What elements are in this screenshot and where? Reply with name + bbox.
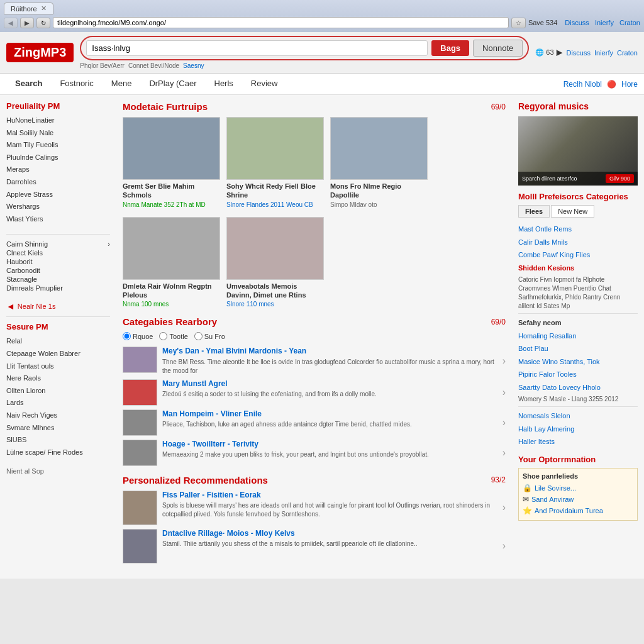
rs-tab-flees[interactable]: Flees (518, 205, 550, 218)
cat-arrow-3[interactable]: › (502, 417, 506, 428)
sidebar-arrow-link-1[interactable]: Cairn Shinnig› (6, 240, 110, 248)
rs-link-1[interactable]: Mast Ontle Rems (518, 223, 638, 236)
sidebar-link-5[interactable]: Meraps (6, 164, 110, 176)
bookmark-btn[interactable]: ☆ (511, 18, 526, 28)
sidebar-s2-link-6[interactable]: Lards (6, 397, 110, 409)
search-button[interactable]: Bags (431, 40, 469, 56)
nav-herls[interactable]: Herls (206, 74, 242, 94)
movie-meta-1: Nnma Manate 352 2Th at MD (123, 201, 220, 208)
sidebar-s2-link-4[interactable]: Nere Raols (6, 372, 110, 385)
logo[interactable]: ZingMP3 (6, 43, 74, 62)
see-more-2[interactable]: Nient al Sop (6, 467, 110, 475)
rs-more-link-2[interactable]: Halb Lay Almering (518, 423, 638, 436)
pers-arrow-2[interactable]: › (502, 540, 506, 552)
cat-arrow-1[interactable]: › (502, 355, 506, 367)
pers-info-1: Fiss Paller - Fisitien - Eorak Spols is … (162, 491, 497, 519)
sidebar-link-8[interactable]: Wershargs (6, 201, 110, 213)
sidebar-s2-link-7[interactable]: Naiv Rech Viges (6, 409, 110, 422)
inierfy-link[interactable]: Inierfy (595, 19, 614, 26)
cat-title-2[interactable]: Mary Munstl Agrel (162, 379, 228, 388)
nav-fostnoric[interactable]: Fostnoric (51, 74, 102, 94)
radio-sufro[interactable]: Su Fro (194, 332, 225, 340)
sidebar-s2-link-3[interactable]: Llit Tentast ouls (6, 360, 110, 373)
featured-music[interactable]: Sparch diiren atesrfco Gilv 900 (518, 116, 638, 186)
rs-bottom-link-6[interactable]: Saartty Dato Lovecy Hholo (518, 381, 638, 394)
refresh-btn[interactable]: ↻ (36, 18, 50, 28)
radio-tootle[interactable]: Tootle (159, 332, 187, 340)
movie-item-1[interactable]: Gremt Ser Blie Mahim Schmols Nnma Manate… (123, 117, 220, 208)
inierfy-header-link[interactable]: Inierfy (594, 49, 613, 57)
info-link-3[interactable]: And Providaium Turea (535, 507, 603, 514)
info-link-2[interactable]: Sand Anviraw (531, 496, 574, 503)
info-link-1[interactable]: Lile Sovirse... (535, 484, 576, 492)
nav-right-link2[interactable]: Hore (621, 80, 638, 89)
see-more-1[interactable]: ◄ Nealr Nle 1s (6, 301, 110, 311)
sidebar-link-3[interactable]: Mam Tily Fueolis (6, 139, 110, 152)
rs-bottom-link-4[interactable]: Masice Wlno Stanths, Tiok (518, 355, 638, 369)
star-icon: ⭐ (523, 506, 532, 515)
rs-link-2[interactable]: Calir Dalls Mnils (518, 236, 638, 249)
sidebar-arrow-link-2[interactable]: Clnect Kiels (6, 248, 110, 257)
sidebar-s2-link-1[interactable]: Relal (6, 335, 110, 348)
forward-btn[interactable]: ▶ (20, 18, 34, 28)
sidebar-s2-link-10[interactable]: Lülne scape/ Fine Rodes (6, 447, 110, 459)
close-tab-btn[interactable]: ✕ (41, 4, 47, 13)
movie-item-4[interactable]: Dmleta Rair Wolnm Regptn Plelous Nnma 10… (123, 217, 220, 308)
discuss-link[interactable]: Discuss (565, 19, 589, 26)
nonnote-button[interactable]: Nonnote (473, 40, 523, 57)
rs-link-3[interactable]: Combe Pawf King Flies (518, 248, 638, 262)
cat-title-1[interactable]: Mey's Dan - Ymal Blvini Mardonis - Yean (162, 347, 306, 355)
featured-play-btn[interactable]: Gilv 900 (606, 174, 634, 183)
sidebar-link-9[interactable]: Wlast Ytiers (6, 213, 110, 226)
rs-bottom-link-2[interactable]: Homaling Resallan (518, 330, 638, 343)
sidebar-link-4[interactable]: Pluulnde Calings (6, 152, 110, 164)
cat-title-4[interactable]: Hoage - Twoillterr - Terivity (162, 440, 258, 448)
rs-bottom-link-5[interactable]: Pipiric Falor Tooles (518, 368, 638, 381)
cat-arrow-2[interactable]: › (502, 387, 506, 398)
nav-search[interactable]: Search (6, 74, 51, 94)
browser-tab[interactable]: Rúithore ✕ (4, 3, 53, 14)
pers-arrow-1[interactable]: › (502, 502, 506, 513)
address-bar[interactable] (53, 17, 509, 28)
rs-bottom-link-3[interactable]: Boot Plau (518, 342, 638, 355)
nav-drplay[interactable]: DrPlay (Caer (140, 74, 205, 94)
search-link[interactable]: Saesny (183, 62, 204, 69)
sub-link-2[interactable]: Connet Bevi/Node (128, 62, 179, 69)
rs-bottom-link-1[interactable]: Sefahy neom (518, 316, 638, 330)
movie-item-5[interactable]: Umveabotals Memois Davinn, Dimet une Rti… (226, 217, 324, 308)
sub-link-1[interactable]: Phqlor Bev/Aerr (80, 62, 125, 69)
nav-mene[interactable]: Mene (103, 74, 141, 94)
nav-review[interactable]: Review (242, 74, 287, 94)
nav-right-link1[interactable]: Reclh Nlobl (564, 80, 602, 89)
craton-link[interactable]: Craton (619, 19, 640, 26)
sidebar-s2-link-5[interactable]: Ollten Lloron (6, 385, 110, 397)
sidebar-link-1[interactable]: HuNoneLinatier (6, 114, 110, 127)
sidebar-s2-link-9[interactable]: SlUBS (6, 434, 110, 447)
sidebar-link-7[interactable]: Appleve Strass (6, 189, 110, 201)
sidebar-arrow-link-3[interactable]: Hauborit (6, 257, 110, 266)
discuss-header-link[interactable]: Discuss (566, 49, 591, 57)
rs-more-link-3[interactable]: Haller Itests (518, 435, 638, 448)
sidebar-s2-link-2[interactable]: Ctepaage Wolen Babrer (6, 348, 110, 360)
search-input[interactable] (86, 40, 428, 56)
sidebar-arrow-link-4[interactable]: Carbonodit (6, 266, 110, 275)
movie-item-3[interactable]: Mons Fro Nlme Regio Dapollile Simpo Mlda… (330, 117, 428, 208)
sidebar-link-6[interactable]: Darrohles (6, 176, 110, 189)
sidebar-arrow-link-5[interactable]: Stacnagle (6, 275, 110, 284)
sidebar-arrow-link-6[interactable]: Dimreals Pmuplier (6, 284, 110, 292)
rs-special-link[interactable]: Shidden Kesions (518, 262, 638, 275)
pers-title-1[interactable]: Fiss Paller - Fisitien - Eorak (162, 491, 261, 499)
cat-arrow-4[interactable]: › (502, 447, 506, 458)
pers-title-2[interactable]: Dntaclive Rillage· Moios - Mloy Kelvs (162, 529, 295, 538)
radio-rquoe[interactable]: Rquoe (123, 332, 153, 340)
rs-title: Regyoral musics (518, 101, 638, 111)
cat-title-3[interactable]: Man Hompeim - Vliner Enile (162, 409, 262, 418)
back-btn[interactable]: ◀ (4, 18, 18, 28)
rs-tab-newnew[interactable]: New New (551, 205, 594, 218)
sidebar-link-2[interactable]: Mal Soilily Nale (6, 127, 110, 140)
rs-more-link-1[interactable]: Nomesals Slelon (518, 409, 638, 423)
craton-header-link[interactable]: Craton (617, 49, 638, 57)
movie-item-2[interactable]: Sohy Whcit Redy Fiell Bloe Shrine Slnore… (226, 117, 324, 208)
rs-divider-2 (518, 406, 638, 407)
sidebar-s2-link-8[interactable]: Svmare Mlhnes (6, 422, 110, 435)
